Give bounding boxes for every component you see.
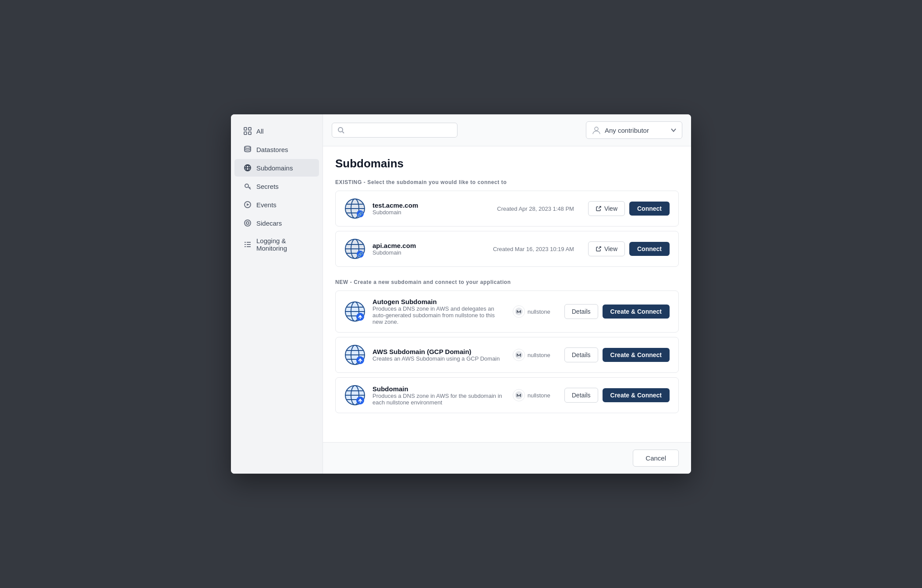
new-item-2-details-button[interactable]: Details — [564, 388, 598, 403]
existing-item-0-connect-button[interactable]: Connect — [629, 202, 670, 216]
top-bar: Any contributor — [323, 114, 691, 146]
new-item-2-provider-label: nullstone — [528, 392, 550, 399]
sidebar-item-datastores-label: Datastores — [256, 146, 288, 153]
svg-rect-2 — [244, 132, 247, 135]
external-link-icon-2 — [596, 246, 602, 252]
svg-point-14 — [595, 127, 598, 131]
new-item-2: Subdomain Produces a DNS zone in AWS for… — [335, 377, 679, 413]
existing-item-0-view-button[interactable]: View — [588, 201, 625, 216]
sidebar-item-subdomains[interactable]: Subdomains — [234, 159, 319, 177]
chevron-down-icon — [670, 127, 677, 133]
search-input[interactable] — [348, 127, 452, 134]
nullstone-icon-2 — [514, 391, 523, 400]
page-title: Subdomains — [335, 157, 679, 170]
footer-bar: Cancel — [323, 442, 691, 474]
key-icon — [243, 182, 252, 191]
globe-nav-icon — [243, 163, 252, 172]
existing-item-1: 🔗 api.acme.com Subdomain Created Mar 16,… — [335, 231, 679, 267]
new-item-0-icon — [344, 301, 365, 322]
svg-point-4 — [245, 146, 251, 149]
search-box[interactable] — [332, 123, 457, 138]
svg-text:🔗: 🔗 — [358, 251, 363, 257]
grid-icon — [243, 127, 252, 135]
svg-line-13 — [342, 131, 344, 133]
svg-point-48 — [515, 351, 523, 359]
new-item-1-icon — [344, 344, 365, 365]
existing-item-1-type: Subdomain — [372, 249, 486, 256]
sidebar-item-events-label: Events — [256, 201, 277, 209]
new-item-1: AWS Subdomain (GCP Domain) Creates an AW… — [335, 337, 679, 373]
new-item-0-create-connect-button[interactable]: Create & Connect — [603, 305, 670, 319]
sidebar-item-secrets[interactable]: Secrets — [234, 177, 319, 195]
modal-overlay: All Datastores — [0, 0, 922, 588]
existing-item-0-created: Created Apr 28, 2023 1:48 PM — [497, 205, 574, 212]
search-icon — [337, 127, 344, 134]
svg-point-39 — [515, 308, 523, 315]
svg-rect-1 — [248, 128, 251, 130]
sidebar-item-events[interactable]: Events — [234, 196, 319, 213]
svg-marker-9 — [247, 203, 249, 206]
new-item-2-icon — [344, 385, 365, 406]
new-item-1-desc: Creates an AWS Subdomain using a GCP Dom… — [372, 355, 506, 362]
svg-point-11 — [246, 222, 249, 224]
svg-rect-0 — [244, 128, 247, 130]
existing-item-1-created: Created Mar 16, 2023 10:19 AM — [493, 246, 574, 252]
existing-item-0: 🔗 test.acme.com Subdomain Created Apr 28… — [335, 191, 679, 227]
new-item-2-provider: nullstone — [513, 389, 550, 401]
new-section-label: NEW - Create a new subdomain and connect… — [335, 279, 679, 285]
new-item-1-create-connect-button[interactable]: Create & Connect — [603, 348, 670, 362]
existing-item-0-title: test.acme.com — [372, 202, 490, 209]
existing-item-1-view-button[interactable]: View — [588, 241, 625, 256]
svg-rect-3 — [248, 132, 251, 135]
sidebar-item-logging-label: Logging & Monitoring — [256, 237, 310, 252]
svg-point-12 — [338, 128, 343, 132]
new-item-1-details-button[interactable]: Details — [564, 347, 598, 362]
sidecar-icon — [243, 219, 252, 227]
svg-point-7 — [245, 184, 248, 188]
sidebar-item-subdomains-label: Subdomains — [256, 164, 293, 172]
sidebar-item-datastores[interactable]: Datastores — [234, 141, 319, 158]
sidebar: All Datastores — [231, 114, 323, 474]
new-item-0-details-button[interactable]: Details — [564, 304, 598, 319]
modal: All Datastores — [231, 114, 691, 474]
main-panel: Any contributor Subdomains EXISTING - Se… — [323, 114, 691, 474]
existing-item-1-connect-button[interactable]: Connect — [629, 242, 670, 256]
existing-item-0-icon: 🔗 — [344, 198, 365, 219]
logging-icon — [243, 240, 252, 249]
sidebar-item-secrets-label: Secrets — [256, 183, 279, 190]
new-item-1-provider-label: nullstone — [528, 352, 550, 358]
new-item-1-title: AWS Subdomain (GCP Domain) — [372, 348, 506, 355]
new-item-1-provider: nullstone — [513, 349, 550, 361]
content-area: Subdomains EXISTING - Select the subdoma… — [323, 146, 691, 442]
contributor-dropdown[interactable]: Any contributor — [586, 121, 682, 139]
new-item-2-title: Subdomain — [372, 385, 506, 393]
play-icon — [243, 200, 252, 209]
new-item-0-provider: nullstone — [513, 305, 550, 318]
sidebar-item-logging[interactable]: Logging & Monitoring — [234, 233, 319, 256]
existing-item-0-type: Subdomain — [372, 209, 490, 216]
sidebar-item-all-label: All — [256, 128, 264, 135]
new-item-0-title: Autogen Subdomain — [372, 298, 506, 305]
svg-text:🔗: 🔗 — [358, 211, 363, 217]
existing-item-1-icon: 🔗 — [344, 238, 365, 259]
existing-section-label: EXISTING - Select the subdomain you woul… — [335, 179, 679, 185]
new-item-2-create-connect-button[interactable]: Create & Connect — [603, 388, 670, 402]
svg-point-57 — [515, 391, 523, 399]
contributor-user-icon — [592, 125, 601, 135]
sidebar-item-sidecars-label: Sidecars — [256, 220, 282, 227]
nullstone-icon-0 — [514, 307, 523, 316]
database-icon — [243, 145, 252, 154]
sidebar-item-all[interactable]: All — [234, 122, 319, 140]
contributor-label: Any contributor — [605, 127, 649, 134]
external-link-icon — [596, 205, 602, 212]
svg-point-10 — [245, 220, 251, 226]
new-item-0-desc: Produces a DNS zone in AWS and delegates… — [372, 305, 506, 325]
sidebar-item-sidecars[interactable]: Sidecars — [234, 214, 319, 232]
new-item-0: Autogen Subdomain Produces a DNS zone in… — [335, 290, 679, 333]
new-item-2-desc: Produces a DNS zone in AWS for the subdo… — [372, 393, 506, 406]
existing-item-1-title: api.acme.com — [372, 242, 486, 249]
nullstone-icon-1 — [514, 351, 523, 359]
new-item-0-provider-label: nullstone — [528, 308, 550, 315]
cancel-button[interactable]: Cancel — [633, 450, 679, 467]
